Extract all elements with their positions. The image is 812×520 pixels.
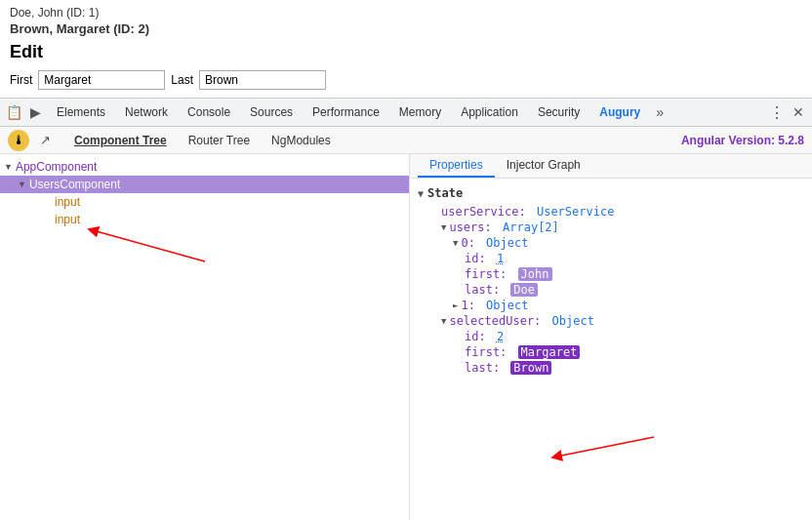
props-tabs: Properties Injector Graph	[410, 154, 812, 179]
props-content: ▼ State userService: UserService ▼ users…	[410, 179, 812, 380]
edit-heading: Edit	[10, 42, 802, 62]
input2-label: input	[47, 213, 80, 226]
app-component-label: AppComponent	[16, 160, 97, 174]
user2-line: Brown, Margaret (ID: 2)	[10, 21, 802, 36]
devtools-menu-button[interactable]: ⋮	[765, 103, 789, 122]
prop-last-brown: last: Brown	[418, 360, 804, 376]
last-brown-value: Brown	[510, 361, 551, 375]
tab-security[interactable]: Security	[528, 99, 589, 126]
devtools-close-button[interactable]: ✕	[789, 104, 808, 120]
tab-network[interactable]: Network	[115, 99, 178, 126]
last-doe-value: Doe	[510, 283, 538, 297]
first-john-value: John	[518, 267, 552, 281]
tab-elements[interactable]: Elements	[47, 99, 115, 126]
last-brown-key: last:	[465, 361, 500, 375]
state-label: State	[427, 186, 463, 200]
sub-tab-component-tree[interactable]: Component Tree	[64, 132, 177, 149]
prop-users: ▼ users: Array[2]	[418, 220, 804, 235]
augury-bar: 🌡 ↗ Component Tree Router Tree NgModules…	[0, 127, 812, 154]
users-toggle[interactable]: ▼	[441, 222, 446, 232]
prop-id-2: id: 2	[418, 329, 804, 344]
user-service-value: UserService	[537, 205, 614, 219]
cursor-icon[interactable]: ↗	[35, 131, 55, 150]
first-label: First	[10, 73, 32, 87]
tab-performance[interactable]: Performance	[303, 99, 389, 126]
selected-user-key: selectedUser:	[449, 314, 541, 328]
user1-line: Doe, John (ID: 1)	[10, 6, 802, 20]
input2-toggle	[35, 215, 47, 225]
id2-key: id:	[465, 330, 486, 343]
first-input[interactable]	[38, 70, 165, 90]
obj0-value: Object	[486, 236, 528, 250]
state-toggle[interactable]: ▼	[418, 188, 424, 199]
id1-value: 1	[497, 252, 504, 265]
prop-user-service: userService: UserService	[418, 204, 804, 220]
user-service-key: userService:	[441, 205, 526, 219]
obj1-toggle[interactable]: ►	[453, 300, 458, 310]
props-tab-properties[interactable]: Properties	[418, 154, 495, 178]
input1-toggle	[35, 197, 47, 208]
tree-panel: ▼ AppComponent ▼ UsersComponent input in…	[0, 154, 410, 520]
selected-user-value: Object	[552, 314, 594, 328]
tab-augury[interactable]: Augury	[589, 99, 650, 126]
tree-item-users-component[interactable]: ▼ UsersComponent	[0, 176, 409, 193]
prop-obj-0: ▼ 0: Object	[418, 235, 804, 251]
tab-sources[interactable]: Sources	[240, 99, 303, 126]
input1-label: input	[47, 195, 80, 209]
last-input[interactable]	[199, 70, 326, 90]
obj0-toggle[interactable]: ▼	[453, 238, 458, 248]
prop-id-1: id: 1	[418, 251, 804, 266]
sub-tab-ngmodules[interactable]: NgModules	[262, 132, 341, 149]
state-section-header: ▼ State	[418, 182, 804, 204]
device-icon[interactable]: ▶	[25, 102, 45, 122]
prop-first-john: first: John	[418, 266, 804, 282]
sub-tab-router-tree[interactable]: Router Tree	[179, 132, 260, 149]
augury-moon-icon[interactable]: 🌡	[8, 130, 29, 151]
users-component-label: UsersComponent	[29, 178, 120, 191]
devtools-tabs: Elements Network Console Sources Perform…	[47, 99, 765, 126]
tab-application[interactable]: Application	[451, 99, 528, 126]
devtools-bar: 📋 ▶ Elements Network Console Sources Per…	[0, 98, 812, 127]
tree-item-input-1[interactable]: input	[0, 193, 409, 211]
first-margaret-value: Margaret	[518, 345, 581, 359]
augury-sub-tabs: Component Tree Router Tree NgModules	[64, 132, 681, 149]
more-tabs-button[interactable]: »	[650, 104, 670, 120]
last-label: Last	[171, 73, 193, 87]
prop-first-margaret: first: Margaret	[418, 344, 804, 360]
obj1-value: Object	[486, 299, 528, 312]
first-margaret-key: first:	[465, 345, 507, 359]
tree-item-input-2[interactable]: input	[0, 211, 409, 228]
name-form: First Last	[10, 70, 802, 90]
prop-last-doe: last: Doe	[418, 282, 804, 298]
app-component-toggle[interactable]: ▼	[4, 162, 13, 172]
users-key: users:	[449, 220, 491, 234]
first-john-key: first:	[465, 267, 507, 281]
props-tab-injector[interactable]: Injector Graph	[495, 154, 592, 178]
users-value: Array[2]	[503, 220, 559, 234]
angular-version-label: Angular Version: 5.2.8	[681, 134, 804, 147]
main-panel: ▼ AppComponent ▼ UsersComponent input in…	[0, 154, 812, 520]
tab-memory[interactable]: Memory	[389, 99, 451, 126]
selected-user-toggle[interactable]: ▼	[441, 316, 446, 326]
props-panel: Properties Injector Graph ▼ State userSe…	[410, 154, 812, 520]
id1-key: id:	[465, 252, 486, 265]
prop-selected-user: ▼ selectedUser: Object	[418, 313, 804, 329]
obj0-key: 0:	[461, 236, 474, 250]
inspect-icon[interactable]: 📋	[4, 102, 23, 122]
prop-obj-1: ► 1: Object	[418, 298, 804, 313]
obj1-key: 1:	[461, 299, 474, 312]
tab-console[interactable]: Console	[178, 99, 240, 126]
id2-value: 2	[497, 330, 504, 343]
users-component-toggle[interactable]: ▼	[18, 180, 26, 189]
last-doe-key: last:	[465, 283, 500, 297]
tree-item-app-component[interactable]: ▼ AppComponent	[0, 158, 409, 176]
